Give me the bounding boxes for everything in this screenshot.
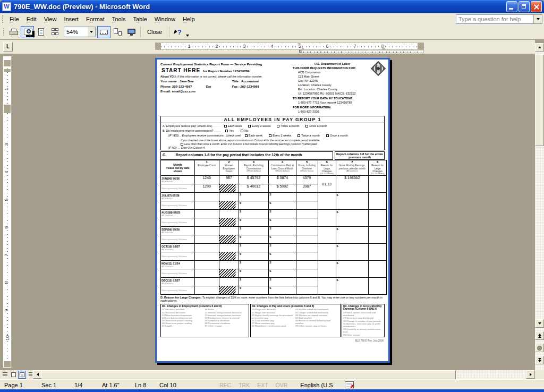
menu-item-view[interactable]: View [40, 14, 61, 24]
dol-dept: U.S. Department of Labor [293, 62, 372, 66]
data-cell [296, 252, 318, 260]
table-row: SEP(09) 09/29All Workers$$$ [161, 226, 387, 235]
menu-item-insert[interactable]: Insert [60, 14, 82, 24]
multiple-pages-button[interactable] [48, 26, 62, 38]
spelling-grammar-status-icon[interactable] [345, 381, 354, 388]
tab-stop-selector[interactable]: L [3, 42, 13, 52]
menu-item-edit[interactable]: Edit [23, 14, 40, 24]
data-cell: $ [269, 269, 296, 277]
mode-ext[interactable]: EXT [257, 382, 268, 388]
gross-earnings-cell: $ [336, 209, 369, 226]
title-bar[interactable]: W 790E_WW.doc (Preview) - Microsoft Word [0, 0, 544, 13]
scroll-right-button[interactable] [526, 370, 535, 379]
data-cell: $ [239, 243, 268, 252]
vertical-ruler-number: 8 [4, 281, 9, 284]
menu-item-tools[interactable]: Tools [108, 14, 130, 24]
right-indent-marker[interactable] [381, 46, 386, 49]
column-header-2: 2Women Employees Count [219, 160, 239, 175]
status-line[interactable]: Ln 8 [135, 382, 159, 388]
menu-item-table[interactable]: Table [129, 14, 150, 24]
horizontal-ruler-number: 7 [353, 44, 356, 49]
dol-touchtone-number: 1-800-677-7715 Your report# 123456789 [293, 101, 385, 105]
month-cell: JUN(06) 06/30All Workers [161, 175, 195, 184]
context-help-button[interactable]: ? [171, 26, 184, 38]
view-ruler-icon [100, 30, 108, 35]
restore-button[interactable] [518, 1, 530, 12]
toolbar-grip[interactable] [3, 28, 5, 36]
menu-item-window[interactable]: Window [151, 14, 179, 24]
menu-item-help[interactable]: Help [179, 14, 199, 24]
shrink-to-fit-button[interactable] [111, 26, 124, 38]
help-question-dropdown[interactable] [533, 15, 542, 23]
zoom-dropdown-arrow[interactable] [88, 27, 95, 37]
full-screen-icon [128, 29, 135, 36]
close-window-button[interactable] [531, 1, 542, 12]
scroll-left-button[interactable] [33, 370, 42, 379]
pay-frequency-option: Once a month [302, 124, 327, 127]
select-browse-object-button[interactable] [535, 344, 544, 352]
zoom-combobox[interactable]: 54% [64, 27, 96, 37]
less-often-label: Less often than once a month. Enter 0 in… [184, 142, 317, 146]
web-layout-view-button[interactable] [10, 371, 18, 379]
normal-view-button[interactable] [1, 371, 9, 379]
gross-earnings-cell: $ [336, 260, 369, 277]
data-cell [194, 235, 219, 243]
mode-ovr[interactable]: OVR [276, 382, 288, 388]
data-cell: $ [269, 277, 296, 286]
vertical-ruler[interactable]: 1345678910 [3, 56, 12, 368]
status-column[interactable]: Col 10 [159, 382, 190, 388]
data-cell: $ [239, 260, 268, 269]
dol-est-location: Est. Location: Charles County [293, 88, 385, 91]
table-column-ruler [301, 50, 424, 53]
data-cell: 987 [219, 175, 239, 184]
menu-item-file[interactable]: File [6, 14, 23, 24]
horizontal-scrollbar-thumb[interactable] [41, 370, 456, 379]
close-preview-button[interactable]: Close [142, 26, 167, 38]
data-cell [296, 286, 318, 294]
window-bottom-border [0, 389, 544, 392]
previous-page-button[interactable] [535, 331, 544, 340]
document-preview-area: 1345678910 Current Employment Statistics… [0, 54, 535, 370]
data-cell: $ [269, 209, 296, 218]
magnifier-button[interactable] [21, 26, 34, 38]
data-cell: $ [239, 286, 268, 294]
checkbox-icon [277, 125, 279, 127]
scroll-down-button[interactable] [535, 319, 544, 328]
menu-grip[interactable] [2, 15, 4, 23]
print-button[interactable] [7, 26, 20, 38]
horizontal-ruler[interactable]: 12345678 [155, 42, 424, 50]
vertical-scrollbar[interactable] [535, 43, 544, 370]
pay-frequency-option: Each week [221, 124, 242, 127]
status-section[interactable]: Sec 1 [41, 382, 74, 388]
print-layout-view-button[interactable] [18, 371, 26, 379]
hatched-cell [219, 201, 239, 209]
data-cell [296, 260, 318, 269]
one-page-button[interactable] [35, 26, 48, 38]
help-question-box[interactable]: Type a question for help [456, 14, 542, 24]
pay-frequency-option: Every 2 weeks [266, 134, 291, 137]
data-cell: 1200 [194, 184, 219, 192]
data-cell [219, 260, 239, 269]
status-page[interactable]: Page 1 [0, 382, 41, 388]
view-ruler-button[interactable] [97, 26, 110, 38]
scroll-up-button[interactable] [535, 43, 544, 52]
status-page-count[interactable]: 1/4 [74, 382, 102, 388]
mode-trk[interactable]: TRK [239, 382, 250, 388]
status-position[interactable]: At 1.6" [102, 382, 135, 388]
next-page-button[interactable] [535, 356, 544, 364]
document-page[interactable]: Current Employment Statistics Report For… [155, 58, 390, 363]
mode-rec[interactable]: REC [219, 382, 231, 388]
minimize-button[interactable] [506, 1, 517, 12]
sections-a-b: A. Employees receive pay: (check one) . … [160, 123, 385, 151]
fax: Fax : 202-1234568 [232, 85, 291, 89]
first-line-indent-marker[interactable] [297, 42, 301, 46]
vertical-scrollbar-thumb[interactable] [535, 55, 544, 146]
no-checkbox [241, 130, 243, 132]
language-indicator[interactable]: English (U.S [300, 382, 333, 388]
browse-object-circle-icon [537, 346, 542, 351]
toolbar-options-arrow[interactable] [185, 26, 190, 38]
full-screen-button[interactable] [125, 26, 138, 38]
checkbox-icon [248, 125, 251, 127]
vertical-ruler-number: 5 [4, 198, 9, 201]
menu-item-format[interactable]: Format [82, 14, 108, 24]
